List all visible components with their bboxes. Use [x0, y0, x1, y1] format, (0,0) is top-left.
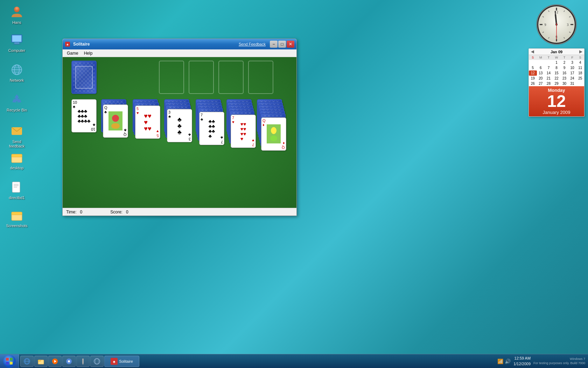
desktop-icon-network[interactable]: Network [3, 61, 31, 84]
svg-point-27 [270, 135, 277, 141]
analog-clock: 12 3 6 9 [536, 4, 578, 46]
svg-point-64 [96, 359, 98, 364]
desktop-icon-directbd1[interactable]: directbd1 [3, 179, 31, 202]
svg-point-23 [112, 115, 119, 122]
taskbar-items: ♠ Solitaire [19, 354, 141, 368]
cal-next-button[interactable]: ▶ [579, 49, 582, 54]
svg-point-51 [556, 24, 557, 25]
svg-rect-2 [12, 35, 21, 42]
calendar-day-number: 12 [529, 93, 584, 110]
taskbar-time: 12:59 AM [513, 356, 531, 361]
icon-label-network: Network [10, 78, 24, 83]
tableau-col-7-card-top[interactable]: Q♦ Q♦ [261, 117, 286, 151]
time-display: Time: 0 [66, 210, 82, 214]
icon-label-feedback: Send feedback [4, 139, 29, 149]
solitaire-title-text: Solitaire [73, 42, 237, 47]
svg-point-63 [94, 359, 100, 364]
svg-text:♠: ♠ [66, 42, 69, 46]
icon-label-screenshots: Screenshots [6, 224, 27, 228]
taskbar-globe-button[interactable] [90, 356, 104, 367]
foundation-1[interactable] [159, 61, 184, 94]
svg-rect-17 [14, 187, 17, 188]
taskbar-right-area: 📶 🔊 12:59 AM 1/12/2009 Windows 7 For tes… [497, 356, 588, 367]
calendar-days-grid: 1 2 3 4 5 6 7 8 9 10 11 12 13 14 15 16 1… [529, 60, 584, 86]
svg-rect-4 [13, 44, 21, 45]
calendar-widget: ◀ Jan 09 ▶ S M T W T F S 1 2 3 4 5 6 7 8 [528, 48, 584, 117]
svg-rect-13 [12, 154, 22, 157]
foundation-4[interactable] [248, 61, 273, 94]
solitaire-game-area[interactable]: 10♣ ♣♣♣♣♣♣♣♣♣♣ 10♣ Q♣ Q♣ [63, 57, 296, 208]
svg-rect-19 [12, 212, 22, 215]
tray-volume-icon[interactable]: 🔊 [505, 359, 511, 364]
taskbar-wmp-button[interactable] [62, 356, 76, 367]
score-display: Score: 0 [110, 210, 128, 214]
svg-rect-61 [82, 359, 84, 363]
icon-label-recycle: Recycle Bin [7, 108, 27, 113]
svg-point-0 [14, 7, 20, 12]
svg-rect-3 [14, 42, 19, 44]
svg-point-10 [12, 65, 22, 75]
icon-label-directbd1: directbd1 [9, 196, 24, 200]
desktop-icon-recycle[interactable]: Recycle Bin [3, 91, 31, 114]
solitaire-window: ♠ Solitaire Send Feedback − □ ✕ Game Hel… [62, 39, 297, 216]
tableau-col-6-card-top[interactable]: 7♥ ♥♥♥♥♥♥♥ 7♥ [231, 115, 256, 148]
foundation-3[interactable] [218, 61, 244, 94]
icon-label-hans: Hans [12, 20, 21, 25]
minimize-button[interactable]: − [270, 41, 278, 48]
tableau-col-4-card-top[interactable]: 3♣ ♣♣♣ 3♣ [167, 109, 192, 142]
menu-game[interactable]: Game [64, 50, 81, 56]
start-button[interactable] [0, 354, 19, 368]
svg-point-60 [68, 360, 70, 362]
svg-rect-15 [14, 184, 19, 185]
taskbar-explorer-button[interactable] [34, 356, 48, 367]
taskbar-os-info: Windows 7 For testing purposes only. Bui… [533, 357, 585, 365]
icon-label-computer: Computer [8, 48, 25, 53]
taskbar-clock-area[interactable]: 12:59 AM 1/12/2009 [513, 356, 531, 367]
svg-text:♠: ♠ [113, 359, 115, 364]
tray-network-icon[interactable]: 📶 [497, 359, 503, 364]
taskbar-date: 1/12/2009 [513, 361, 531, 367]
taskbar-tray: 📶 🔊 [497, 359, 511, 364]
svg-text:9: 9 [545, 23, 546, 27]
taskbar-media-button[interactable] [48, 356, 62, 367]
calendar-month-year: January 2009 [529, 110, 584, 115]
foundation-2[interactable] [189, 61, 214, 94]
tableau-col-5-card-top[interactable]: 7♣ ♣♣♣♣♣♣♣ 7♣ [199, 112, 224, 145]
calendar-days-header: S M T W T F S [529, 55, 584, 60]
solitaire-statusbar: Time: 0 Score: 0 [63, 208, 296, 216]
stock-pile[interactable] [71, 61, 97, 94]
desktop-icon-computer[interactable]: Computer [3, 32, 31, 54]
desktop-icon-feedback[interactable]: Send feedback [3, 123, 31, 150]
taskbar: ♠ Solitaire 📶 🔊 12:59 AM 1/12/2009 Windo… [0, 354, 588, 368]
taskbar-tools-button[interactable] [76, 356, 90, 367]
tableau-col-1-card-1[interactable]: 10♣ ♣♣♣♣♣♣♣♣♣♣ 10♣ [71, 99, 97, 132]
svg-rect-16 [14, 185, 19, 186]
calendar-date-display: Monday 12 January 2009 [529, 86, 584, 116]
taskbar-ie-button[interactable] [20, 356, 34, 367]
svg-point-24 [111, 123, 120, 129]
icon-label-desktop: desktop [10, 166, 24, 170]
menu-help[interactable]: Help [81, 50, 96, 56]
svg-rect-56 [38, 360, 41, 361]
cal-month-label: Jan 09 [551, 50, 562, 54]
solitaire-menubar: Game Help [63, 49, 296, 57]
svg-marker-62 [82, 363, 84, 365]
desktop-icon-desktop[interactable]: desktop [3, 149, 31, 172]
taskbar-solitaire-button[interactable]: ♠ Solitaire [104, 356, 139, 367]
maximize-button[interactable]: □ [278, 41, 286, 48]
solitaire-titlebar: ♠ Solitaire Send Feedback − □ ✕ [63, 39, 296, 49]
tableau-col-3-card-top[interactable]: 5♥ ♥♥♥♥♥ 5♥ [135, 105, 160, 139]
solitaire-feedback-link[interactable]: Send Feedback [239, 42, 266, 46]
desktop-icon-screenshots[interactable]: Screenshots [3, 207, 31, 230]
close-button[interactable]: ✕ [287, 41, 294, 48]
clock-widget: 12 3 6 9 ◀ Jan 09 ▶ S M T W T F S [528, 4, 584, 117]
svg-point-26 [271, 127, 276, 134]
cal-prev-button[interactable]: ◀ [531, 49, 534, 54]
calendar-header: ◀ Jan 09 ▶ [529, 49, 584, 55]
solitaire-title-icon: ♠ [65, 41, 70, 47]
tableau-col-2-card-top[interactable]: Q♣ Q♣ [103, 104, 128, 138]
desktop-icon-hans[interactable]: Hans [3, 4, 31, 26]
svg-text:3: 3 [567, 23, 569, 27]
window-controls: − □ ✕ [270, 41, 294, 48]
